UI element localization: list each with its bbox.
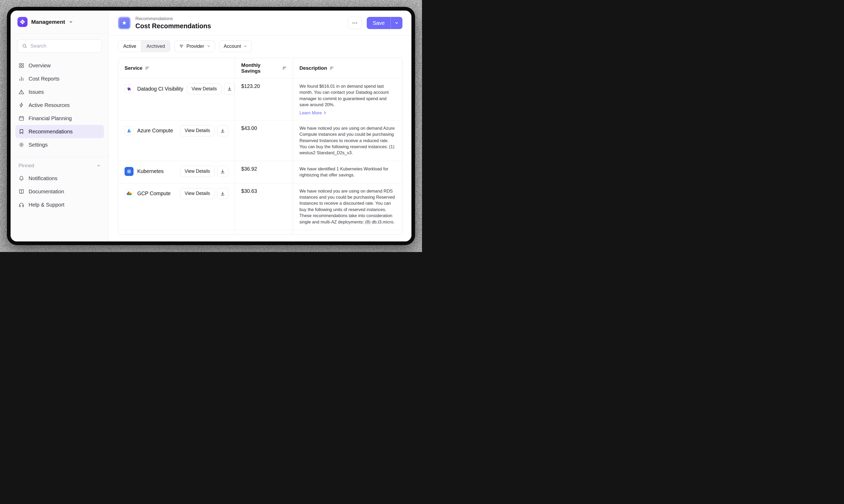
page-title: Cost Recommendations xyxy=(135,22,211,30)
savings-cell: $123.20 xyxy=(235,78,293,120)
search-input[interactable] xyxy=(30,43,97,49)
download-button[interactable] xyxy=(217,125,228,136)
app-window: ❖ Management Overview Cost Reports Issue… xyxy=(11,11,411,241)
service-name: GCP Compute xyxy=(137,191,171,197)
service-name: Kubernetes xyxy=(137,168,164,174)
sidebar: ❖ Management Overview Cost Reports Issue… xyxy=(11,11,109,241)
workspace-logo-icon: ❖ xyxy=(17,17,28,27)
azure-icon xyxy=(124,126,134,135)
download-icon xyxy=(227,86,232,91)
main-content: Recommendations Cost Recommendations Sav… xyxy=(109,11,411,241)
sidebar-item-label: Issues xyxy=(29,89,44,95)
sidebar-item-label: Recommendations xyxy=(29,129,73,135)
sidebar-item-notifications[interactable]: Notifications xyxy=(15,172,104,185)
sort-icon[interactable] xyxy=(282,66,286,70)
search-icon xyxy=(22,43,27,49)
sidebar-item-label: Settings xyxy=(29,142,48,148)
service-name: Azure Compute xyxy=(137,128,173,134)
sidebar-nav: Overview Cost Reports Issues Active Reso… xyxy=(11,55,109,152)
sidebar-item-label: Cost Reports xyxy=(29,76,59,82)
filter-lines-icon xyxy=(179,44,184,48)
download-button[interactable] xyxy=(217,188,228,199)
column-header-savings[interactable]: Monthly Savings xyxy=(235,58,293,78)
sidebar-item-settings[interactable]: Settings xyxy=(15,138,104,151)
tab-active[interactable]: Active xyxy=(118,41,141,52)
description-text: We found $616.01 in on demand spend last… xyxy=(299,83,396,108)
view-details-button[interactable]: View Details xyxy=(180,188,214,199)
sidebar-item-active-resources[interactable]: Active Resources xyxy=(15,98,104,112)
sidebar-item-recommendations[interactable]: Recommendations xyxy=(15,125,104,138)
datadog-icon xyxy=(124,84,134,93)
table-row: Datadog CI Visibility View Details $123.… xyxy=(118,78,402,120)
view-details-button[interactable]: View Details xyxy=(180,125,214,136)
savings-cell: $30.63 xyxy=(235,183,293,230)
gear-icon xyxy=(18,142,24,148)
download-icon xyxy=(220,191,225,196)
chevron-down-icon xyxy=(243,44,247,48)
status-segmented-control: Active Archived xyxy=(118,40,170,52)
sidebar-item-cost-reports[interactable]: Cost Reports xyxy=(15,72,104,85)
chevron-up-icon[interactable] xyxy=(97,163,101,168)
workspace-switcher[interactable]: ❖ Management xyxy=(11,11,109,34)
service-cell: aws AWS RDS View Details xyxy=(118,230,235,235)
column-header-service[interactable]: Service xyxy=(118,58,235,78)
chevron-down-icon xyxy=(69,20,73,24)
service-name: Datadog CI Visibility xyxy=(137,86,183,92)
provider-filter-button[interactable]: Provider xyxy=(174,40,215,52)
download-button[interactable] xyxy=(217,166,228,177)
sidebar-item-overview[interactable]: Overview xyxy=(15,59,104,72)
ellipsis-icon xyxy=(352,22,358,24)
view-details-button[interactable]: View Details xyxy=(187,83,221,94)
calendar-icon xyxy=(18,115,24,121)
lightning-icon xyxy=(18,102,24,108)
sidebar-item-label: Notifications xyxy=(29,175,57,181)
sidebar-item-issues[interactable]: Issues xyxy=(15,85,104,98)
savings-cell: $28.64 xyxy=(235,230,293,235)
description-cell: We have noticed you are using on demand … xyxy=(293,183,402,230)
chevron-down-icon xyxy=(207,44,210,48)
workspace-name: Management xyxy=(31,19,65,25)
download-button[interactable] xyxy=(224,83,235,94)
recommendations-star-icon xyxy=(118,17,131,29)
table-row: GCP Compute View Details $30.63 We have … xyxy=(118,183,402,230)
service-cell: Azure Compute View Details xyxy=(118,121,235,161)
service-cell: Datadog CI Visibility View Details xyxy=(118,78,235,120)
grid-icon xyxy=(18,62,24,68)
view-details-button[interactable]: View Details xyxy=(180,166,214,177)
page-header: Recommendations Cost Recommendations Sav… xyxy=(109,11,411,36)
chevron-right-icon xyxy=(323,111,327,114)
breadcrumb: Recommendations xyxy=(135,16,211,21)
sidebar-item-label: Financial Planning xyxy=(29,115,72,122)
sort-icon[interactable] xyxy=(145,66,150,70)
learn-more-link[interactable]: Learn More xyxy=(299,110,326,115)
alert-triangle-icon xyxy=(18,89,24,95)
sidebar-item-label: Overview xyxy=(29,62,51,69)
chevron-down-icon xyxy=(395,21,399,25)
save-dropdown-button[interactable] xyxy=(391,17,402,29)
sidebar-item-documentation[interactable]: Documentation xyxy=(15,185,104,198)
service-cell: GCP Compute View Details xyxy=(118,183,235,230)
save-split-button: Save xyxy=(367,17,402,29)
sidebar-item-financial-planning[interactable]: Financial Planning xyxy=(15,112,104,125)
save-button[interactable]: Save xyxy=(367,17,391,29)
recommendations-table: Service Monthly Savings Description xyxy=(118,58,402,235)
account-filter-button[interactable]: Account xyxy=(219,40,252,52)
description-cell: These S3 Buckets only contain objects wh… xyxy=(293,230,402,235)
headphones-icon xyxy=(18,202,24,208)
kubernetes-icon xyxy=(124,167,134,176)
page-title-block: Recommendations Cost Recommendations xyxy=(135,16,211,30)
sidebar-item-help-support[interactable]: Help & Support xyxy=(15,198,104,211)
sort-icon[interactable] xyxy=(330,66,334,70)
table-header-row: Service Monthly Savings Description xyxy=(118,58,402,78)
gcp-icon xyxy=(124,189,134,198)
column-header-description[interactable]: Description xyxy=(293,58,402,78)
more-options-button[interactable] xyxy=(348,17,362,29)
tab-archived[interactable]: Archived xyxy=(141,41,170,52)
download-icon xyxy=(220,128,225,133)
table-row: aws AWS RDS View Details $28.64 These S3 xyxy=(118,230,402,235)
description-text: We have identified 1 Kubernetes Workload… xyxy=(299,166,396,178)
search-input-wrap xyxy=(17,39,102,53)
pinned-section: Pinned Notifications Documentation Help … xyxy=(11,157,109,212)
account-filter-label: Account xyxy=(224,43,241,49)
service-cell: Kubernetes View Details xyxy=(118,161,235,183)
